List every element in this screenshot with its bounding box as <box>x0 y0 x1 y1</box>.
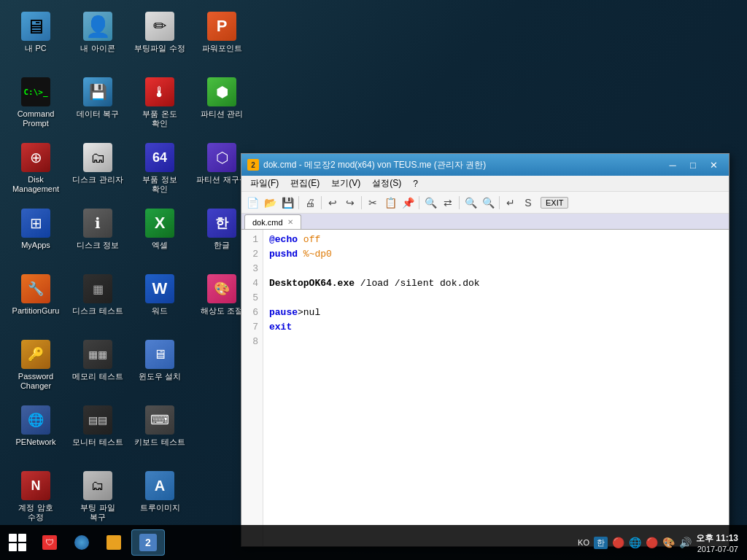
taskbar-security-btn[interactable]: 🛡 <box>35 529 64 556</box>
menu-view[interactable]: 보기(V) <box>325 176 366 191</box>
pw-changer-label: Password Changer <box>10 372 61 391</box>
tb-sync[interactable]: S <box>520 195 536 211</box>
tb-open[interactable]: 📂 <box>262 195 278 211</box>
menu-settings[interactable]: 설정(S) <box>366 176 407 191</box>
clock-date: 2017-07-07 <box>696 545 738 553</box>
desktop-icon-ppt[interactable]: P 파워포인트 <box>193 7 250 71</box>
tb-paste[interactable]: 📌 <box>400 195 416 211</box>
boot-edit-label: 부팅파일 수정 <box>134 44 185 53</box>
desktop-icon-excel[interactable]: X 엑셀 <box>131 204 188 268</box>
tb-wrap[interactable]: ↵ <box>503 195 519 211</box>
kb-test-icon: ⌨ <box>145 405 174 435</box>
excel-icon: X <box>145 209 174 238</box>
boot-info-label: 부품 정보 확인 <box>134 175 185 194</box>
desktop-icon-kb-test[interactable]: ⌨ 키보드 테스트 <box>131 401 188 465</box>
tb-sep4 <box>419 196 419 209</box>
mem-test-icon: ▦▦ <box>83 340 112 369</box>
menu-help[interactable]: ? <box>407 177 424 190</box>
tray-antivirus[interactable]: 🔴 <box>612 537 624 548</box>
desktop-icon-win-setup[interactable]: 🖥 윈도우 설치 <box>131 335 188 400</box>
desktop-icon-boot-edit[interactable]: ✏ 부팅파일 수정 <box>131 7 188 71</box>
desktop-icon-pguru[interactable]: 🔧 PartitionGuru <box>7 270 64 334</box>
taskbar-ie-btn[interactable] <box>67 529 96 556</box>
desktop-icon-cmd[interactable]: C:\>_ Command Prompt <box>7 73 64 137</box>
tb-sep6 <box>499 196 500 209</box>
code-editor[interactable]: @echo off pushd %~dp0 DesktopOK64.exe /l… <box>263 230 729 546</box>
desktop-icon-mon-test[interactable]: ▤▤ 모니터 테스트 <box>69 401 126 465</box>
desktop-icon-myapps[interactable]: ⊞ MyApps <box>7 204 64 268</box>
code-line-7: exit <box>269 320 723 335</box>
taskbar-security-icon: 🛡 <box>42 535 57 550</box>
code-line-8 <box>269 335 723 349</box>
desktop-icon-pw-changer[interactable]: 🔑 Password Changer <box>7 335 64 400</box>
data-recovery-icon: 💾 <box>83 77 112 106</box>
tb-cut[interactable]: ✂ <box>365 195 381 211</box>
partition-label: 파티션 관리 <box>201 109 243 119</box>
tb-undo[interactable]: ↩ <box>325 195 341 211</box>
disk-info-label: 디스크 정보 <box>77 241 119 250</box>
myapps-icon: ⊞ <box>21 209 50 238</box>
desktop-icon-data-recovery[interactable]: 💾 데이터 복구 <box>69 73 126 137</box>
desktop-icon-disk-info[interactable]: ℹ 디스크 정보 <box>69 204 126 268</box>
tb-print[interactable]: 🖨 <box>302 195 318 211</box>
desktop-icon-my-pc[interactable]: 🖥 내 PC <box>7 7 64 71</box>
desktop-icon-partition[interactable]: ⬢ 파티션 관리 <box>193 73 250 137</box>
tray-speaker[interactable]: 🔊 <box>679 537 692 548</box>
tb-zoom-in[interactable]: 🔍 <box>462 195 479 211</box>
disk-ctrl-label: 디스크 관리자 <box>72 175 123 184</box>
tb-new[interactable]: 📄 <box>244 195 260 211</box>
tray-network[interactable]: 🌐 <box>629 537 641 548</box>
desktop-icon-boot-info[interactable]: 64 부품 정보 확인 <box>131 139 188 203</box>
code-line-4: DesktopOK64.exe /load /silent dok.dok <box>269 276 723 291</box>
exit-button[interactable]: EXIT <box>541 197 568 209</box>
desktop-icon-disk-mgmt[interactable]: ⊕ Disk Management <box>7 139 64 203</box>
close-button[interactable]: ✕ <box>704 158 723 172</box>
part-reorg-label: 파티션 재구성 <box>196 175 247 184</box>
tray-update[interactable]: 🔴 <box>646 537 658 548</box>
window-title: dok.cmd - 메모장2 mod(x64) von TEUS.me (관리자… <box>263 159 663 171</box>
window-titlebar[interactable]: 2 dok.cmd - 메모장2 mod(x64) von TEUS.me (관… <box>241 154 729 176</box>
tb-zoom-out[interactable]: 🔍 <box>480 195 496 211</box>
tb-redo[interactable]: ↪ <box>342 195 358 211</box>
desktop-icon-disk-ctrl[interactable]: 🗂 디스크 관리자 <box>69 139 126 203</box>
desktop-icon-pe-network[interactable]: 🌐 PENetwork <box>7 401 64 465</box>
desktop: 🖥 내 PC 👤 내 아이콘 ✏ 부팅파일 수정 P 파워포인트 C:\>_ C… <box>0 0 747 525</box>
tab-close[interactable]: ✕ <box>287 218 293 226</box>
system-clock[interactable]: 오후 11:13 2017-07-07 <box>696 532 738 553</box>
maximize-button[interactable]: □ <box>684 158 703 172</box>
minimize-button[interactable]: ─ <box>663 158 682 172</box>
pguru-icon: 🔧 <box>21 274 50 303</box>
desktop-icon-boot-recover[interactable]: 🗂 부팅 파일 복구 <box>69 467 126 531</box>
window-app-icon: 2 <box>247 159 259 171</box>
tb-replace[interactable]: ⇄ <box>440 195 456 211</box>
tray-color[interactable]: 🎨 <box>662 537 675 548</box>
desktop-icon-my-icon[interactable]: 👤 내 아이콘 <box>69 7 126 71</box>
desktop-icon-word[interactable]: W 워드 <box>131 270 188 334</box>
desktop-icon-mem-test[interactable]: ▦▦ 메모리 테스트 <box>69 335 126 400</box>
desktop-icon-disk-test[interactable]: ▦ 디스크 테스트 <box>69 270 126 334</box>
pe-network-icon: 🌐 <box>21 405 50 435</box>
start-button[interactable] <box>3 528 32 557</box>
taskbar-notepad-btn[interactable]: 2 <box>131 529 165 556</box>
tb-copy[interactable]: 📋 <box>382 195 398 211</box>
true-image-icon: A <box>145 471 174 500</box>
menu-edit[interactable]: 편집(E) <box>285 176 325 191</box>
line-numbers: 1 2 3 4 5 6 7 8 <box>241 230 263 546</box>
taskbar-folder-icon <box>107 535 121 550</box>
menu-file[interactable]: 파일(F) <box>244 176 285 191</box>
pguru-label: PartitionGuru <box>12 306 60 316</box>
window-controls: ─ □ ✕ <box>663 158 723 172</box>
boot-recover-icon: 🗂 <box>83 471 112 500</box>
true-image-label: 트루이미지 <box>140 503 180 513</box>
tab-doc[interactable]: dok.cmd ✕ <box>244 214 301 229</box>
desktop-icon-temp[interactable]: 🌡 부품 온도 확인 <box>131 73 188 137</box>
desktop-icon-true-image[interactable]: A 트루이미지 <box>131 467 188 531</box>
tb-search[interactable]: 🔍 <box>422 195 438 211</box>
tb-sep1 <box>298 196 299 209</box>
ln-2: 2 <box>241 247 263 262</box>
tb-save[interactable]: 💾 <box>279 195 295 211</box>
my-icon-label: 내 아이콘 <box>80 44 115 53</box>
notepad-window: 2 dok.cmd - 메모장2 mod(x64) von TEUS.me (관… <box>241 153 729 547</box>
desktop-icon-acc-pw[interactable]: N 계정 암호 수정 <box>7 467 64 531</box>
taskbar-folder-btn[interactable] <box>99 529 128 556</box>
